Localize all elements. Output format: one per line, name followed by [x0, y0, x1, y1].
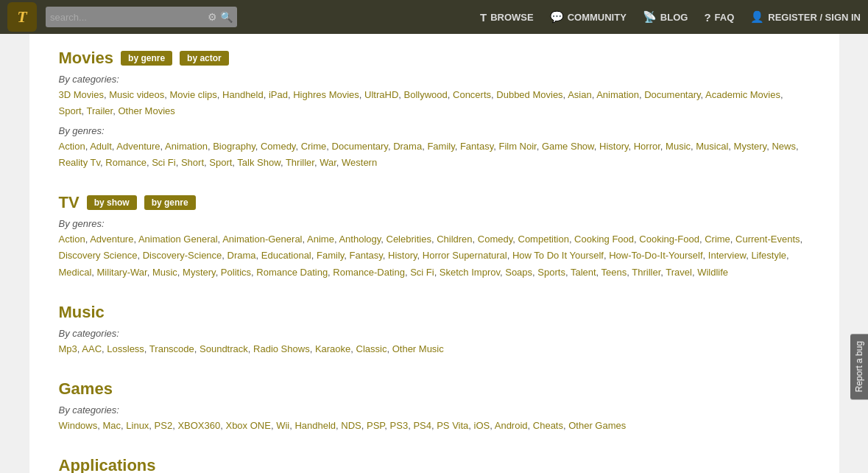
link-item[interactable]: Romance — [105, 157, 147, 168]
link-item[interactable]: Anime — [307, 234, 334, 245]
search-input[interactable] — [50, 12, 203, 23]
link-item[interactable]: Documentary — [644, 89, 700, 100]
link-item[interactable]: Adult — [90, 141, 112, 152]
link-item[interactable]: Politics — [221, 267, 251, 278]
link-item[interactable]: Comedy — [478, 234, 512, 245]
link-item[interactable]: Cooking Food — [574, 234, 634, 245]
link-item[interactable]: PS2 — [155, 420, 173, 431]
link-item[interactable]: Horror Supernatural — [423, 250, 507, 261]
link-item[interactable]: Mp3 — [59, 343, 77, 354]
link-item[interactable]: Karaoke — [315, 343, 350, 354]
link-item[interactable]: Other Games — [568, 420, 626, 431]
btn-movies-1[interactable]: by actor — [180, 51, 229, 66]
link-item[interactable]: Romance-Dating — [333, 267, 405, 278]
nav-blog[interactable]: 📡 BLOG — [643, 10, 688, 24]
link-item[interactable]: Fantasy — [350, 250, 383, 261]
link-item[interactable]: Film Noir — [498, 141, 536, 152]
link-item[interactable]: Fantasy — [460, 141, 493, 152]
link-item[interactable]: Drama — [393, 141, 422, 152]
link-item[interactable]: Soundtrack — [200, 343, 248, 354]
nav-community[interactable]: 💬 COMMUNITY — [550, 10, 627, 24]
link-item[interactable]: Wii — [276, 420, 289, 431]
link-item[interactable]: Action — [59, 141, 85, 152]
link-item[interactable]: Travel — [666, 267, 692, 278]
link-item[interactable]: Discovery-Science — [143, 250, 222, 261]
link-item[interactable]: Bollywood — [404, 89, 448, 100]
link-item[interactable]: Sport — [59, 105, 82, 116]
link-item[interactable]: Sport — [209, 157, 232, 168]
link-item[interactable]: Soaps — [505, 267, 532, 278]
link-item[interactable]: Linux — [126, 420, 149, 431]
link-item[interactable]: Cheats — [533, 420, 563, 431]
link-item[interactable]: Sci Fi — [410, 267, 434, 278]
link-item[interactable]: Animation — [596, 89, 639, 100]
link-item[interactable]: Handheld — [294, 420, 336, 431]
link-item[interactable]: Drama — [227, 250, 256, 261]
btn-movies-0[interactable]: by genre — [121, 51, 172, 66]
link-item[interactable]: iOS — [474, 420, 490, 431]
link-item[interactable]: History — [599, 141, 628, 152]
link-item[interactable]: PS Vita — [437, 420, 468, 431]
link-item[interactable]: Concerts — [453, 89, 491, 100]
search-icon[interactable]: 🔍 — [220, 11, 233, 23]
link-item[interactable]: Current-Events — [735, 234, 800, 245]
link-item[interactable]: Adventure — [116, 141, 160, 152]
link-item[interactable]: Talent — [571, 267, 596, 278]
nav-faq[interactable]: ? FAQ — [704, 11, 734, 24]
link-item[interactable]: Sci Fi — [152, 157, 176, 168]
link-item[interactable]: Android — [495, 420, 528, 431]
link-item[interactable]: Teens — [601, 267, 627, 278]
link-item[interactable]: PS3 — [390, 420, 409, 431]
link-item[interactable]: Military-War — [97, 267, 147, 278]
link-item[interactable]: Crime — [705, 234, 730, 245]
link-item[interactable]: Educational — [261, 250, 311, 261]
btn-tv-1[interactable]: by genre — [144, 195, 196, 210]
link-item[interactable]: Dubbed Movies — [496, 89, 562, 100]
link-item[interactable]: Biography — [213, 141, 255, 152]
link-item[interactable]: Talk Show — [237, 157, 280, 168]
link-item[interactable]: Mystery — [183, 267, 216, 278]
link-item[interactable]: Windows — [59, 420, 98, 431]
nav-register[interactable]: 👤 REGISTER / SIGN IN — [750, 10, 861, 24]
link-item[interactable]: PSP — [367, 420, 384, 431]
link-item[interactable]: Documentary — [332, 141, 388, 152]
link-item[interactable]: 3D Movies — [59, 89, 104, 100]
link-item[interactable]: Short — [181, 157, 204, 168]
link-item[interactable]: Medical — [59, 267, 92, 278]
link-item[interactable]: Family — [427, 141, 454, 152]
link-item[interactable]: Classic — [356, 343, 387, 354]
link-item[interactable]: NDS — [341, 420, 361, 431]
link-item[interactable]: Movie clips — [170, 89, 217, 100]
link-item[interactable]: Animation-General — [222, 234, 302, 245]
link-item[interactable]: Western — [342, 157, 377, 168]
link-item[interactable]: Discovery Science — [59, 250, 138, 261]
link-item[interactable]: Celebrities — [387, 234, 431, 245]
link-item[interactable]: Adventure — [90, 234, 133, 245]
link-item[interactable]: Xbox ONE — [225, 420, 270, 431]
link-item[interactable]: Lossless — [107, 343, 144, 354]
link-item[interactable]: iPad — [269, 89, 288, 100]
link-item[interactable]: Reality Tv — [59, 157, 101, 168]
link-item[interactable]: XBOX360 — [177, 420, 220, 431]
link-item[interactable]: Other Movies — [118, 105, 174, 116]
link-item[interactable]: Animation General — [138, 234, 218, 245]
link-item[interactable]: UltraHD — [364, 89, 398, 100]
link-item[interactable]: Music — [666, 141, 691, 152]
link-item[interactable]: Mac — [102, 420, 121, 431]
link-item[interactable]: Family — [317, 250, 344, 261]
link-item[interactable]: Competition — [518, 234, 569, 245]
link-item[interactable]: How To Do It Yourself — [512, 250, 604, 261]
link-item[interactable]: War — [320, 157, 336, 168]
link-item[interactable]: Handheld — [222, 89, 264, 100]
link-item[interactable]: News — [772, 141, 796, 152]
link-item[interactable]: Anthology — [339, 234, 381, 245]
link-item[interactable]: How-To-Do-It-Yourself — [609, 250, 702, 261]
link-item[interactable]: Animation — [165, 141, 208, 152]
site-logo[interactable]: T — [7, 2, 37, 32]
link-item[interactable]: Cooking-Food — [639, 234, 699, 245]
link-item[interactable]: Interview — [708, 250, 746, 261]
link-item[interactable]: Musical — [696, 141, 728, 152]
link-item[interactable]: Academic Movies — [705, 89, 780, 100]
link-item[interactable]: Wildlife — [697, 267, 728, 278]
btn-tv-0[interactable]: by show — [87, 195, 137, 210]
